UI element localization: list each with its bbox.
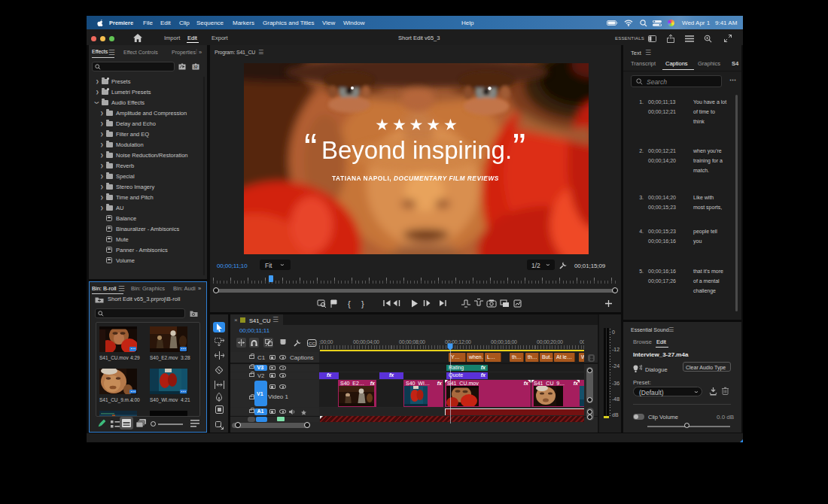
svg-text:★: ★	[426, 116, 440, 133]
svg-text:★: ★	[392, 116, 406, 133]
svg-text:★: ★	[443, 116, 458, 133]
svg-text:CC: CC	[309, 340, 315, 345]
svg-text:TATIANA NAPOLI, DOCUMENTARY FI: TATIANA NAPOLI, DOCUMENTARY FILM REVIEWS	[332, 175, 499, 182]
svg-text:“: “	[304, 126, 317, 169]
svg-text:Beyond inspiring.: Beyond inspiring.	[321, 136, 512, 164]
svg-text:{: {	[348, 299, 351, 308]
svg-text:★: ★	[409, 116, 424, 133]
svg-text:”: ”	[513, 126, 525, 169]
svg-text:★: ★	[375, 116, 389, 133]
svg-text:}: }	[361, 299, 364, 308]
